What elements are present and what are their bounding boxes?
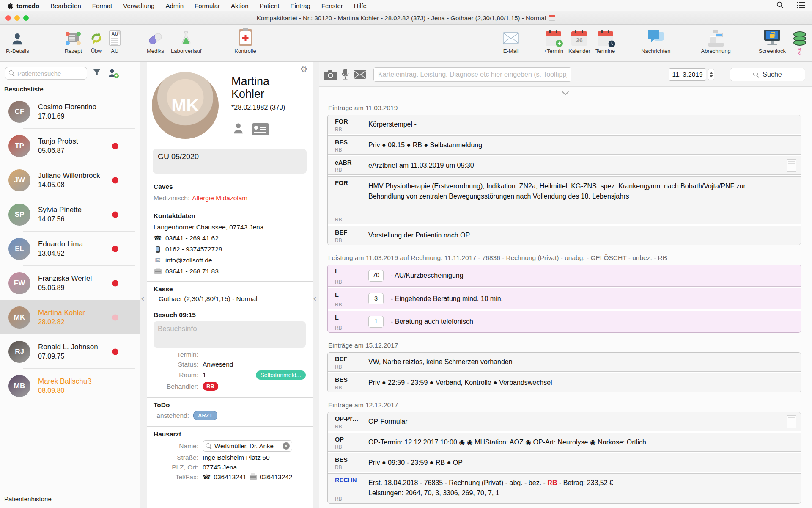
patient-history-section[interactable]: Patientenhistorie [0,491,140,508]
record-row-for[interactable]: FORRBHMV Physiotherapie (Erstverordnung)… [328,176,801,224]
menu-aktion[interactable]: Aktion [231,2,249,9]
toolbar-laborverlauf[interactable]: Laborverlauf [171,27,201,54]
self-checkin-badge[interactable]: Selbstanmeld... [256,370,306,380]
patient-list-item[interactable]: ELEduardo Lima13.04.92 [0,232,140,266]
clear-icon[interactable]: ✕ [283,442,290,450]
record-row-bes[interactable]: BESRBPriv ● 09:15 ● RB ● Selbstanmeldung [328,135,801,155]
patient-list-item[interactable]: CFCosimo Fiorentino17.01.69 [0,94,140,129]
raum-value[interactable]: 1 [203,371,206,379]
service-code-chip[interactable]: 3 [368,293,384,305]
collapse-left-chevron-icon[interactable]: ‹ [141,294,145,303]
toolbar-nachrichten[interactable]: Nachrichten [641,27,670,54]
patient-list-item[interactable]: MBMarek Ballschuß08.09.80 [0,369,140,403]
close-window-button[interactable] [5,15,11,21]
patient-list-item[interactable]: JWJuliane Willenbrock14.05.08 [0,163,140,197]
record-row-bes[interactable]: BESRBPriv ● 09:30 - 23:59 ● RB ● OP [328,453,801,472]
entry-type-code: FOR [335,118,368,125]
menu-patient[interactable]: Patient [260,2,280,9]
record-row-bef[interactable]: BEFRBVorstellung der Patientin nach OP [328,226,801,245]
id-card-icon[interactable] [252,123,269,135]
toolbar-abrechnung[interactable]: Abrechnung [701,27,731,54]
toolbar-e-mail[interactable]: E-Mail [503,27,519,54]
record-entry-input[interactable] [373,67,571,82]
entry-text: Körperstempel - [368,115,801,134]
behandler-badge[interactable]: RB [203,382,218,391]
apple-menu-icon[interactable] [7,2,13,9]
menu-hilfe[interactable]: Hilfe [354,2,367,9]
menu-list-icon[interactable] [796,2,805,10]
toolbar-mediks[interactable]: Mediks [147,27,164,54]
spotlight-search-icon[interactable] [776,1,784,10]
person-icon[interactable] [231,121,245,137]
record-row-l[interactable]: LRB3- Eingehende Beratung mind. 10 min. [328,288,801,309]
menu-verwaltung[interactable]: Verwaltung [123,2,154,9]
camera-icon[interactable] [324,69,337,80]
menu-format[interactable]: Format [92,2,112,9]
toolbar--bw[interactable]: Übw [89,27,104,54]
menu-tomedo[interactable]: tomedo [16,2,39,9]
toolbar-screenlock[interactable]: Screenlock [759,27,786,54]
service-code-chip[interactable]: 70 [368,270,384,282]
record-row-rechn[interactable]: RECHNRBErst. 18.04.2018 - 76835 - Rechnu… [328,473,801,503]
record-row-l[interactable]: LRB1- Beratung auch telefonisch [328,311,801,332]
patient-name: Martina Kohler [38,309,85,317]
patient-search-field[interactable] [5,67,87,80]
patient-list-item[interactable]: FWFranziska Werfel05.06.89 [0,266,140,300]
record-row-op[interactable]: OPRBOP-Termin: 12.12.2017 10:00 ◉ ◉ MHSt… [328,433,801,452]
visit-info-textarea[interactable]: Besuchsinfo [154,321,306,348]
document-icon[interactable] [787,415,796,428]
patient-photo[interactable]: MK [152,72,219,139]
patient-list-item[interactable]: SPSylvia Pinette14.07.56 [0,197,140,232]
microphone-icon[interactable] [342,68,349,81]
patient-list-item[interactable]: MKMartina Kohler28.02.82 [0,300,140,334]
menu-admin[interactable]: Admin [165,2,184,9]
patient-search-input[interactable] [17,70,83,77]
document-icon[interactable] [787,159,796,172]
menu-fenster[interactable]: Fenster [321,2,343,9]
toolbar-termine[interactable]: Termine [595,27,615,54]
toolbar--[interactable]: ? [793,27,806,55]
date-stepper[interactable] [708,69,714,80]
toolbar-kalender[interactable]: 26Kalender [568,27,590,54]
menu-eintrag[interactable]: Eintrag [290,2,310,9]
help-icon[interactable]: ? [798,48,802,55]
chevron-down-icon[interactable] [562,88,569,96]
record-search-button[interactable]: Suche [730,68,805,81]
entry-text: OP-Termin: 12.12.2017 10:00 ◉ ◉ MHStatio… [368,433,801,451]
allergy-warning[interactable]: Allergie Midazolam [192,193,247,204]
entry-text: HMV Physiotherapie (Erstverordnung); Ind… [368,177,801,224]
minimize-window-button[interactable] [14,15,20,21]
toolbar-rezept[interactable]: Rezept [65,27,82,54]
record-row-eabr[interactable]: eABRRBeArztbrief am 11.03.2019 um 09:30 [328,156,801,175]
record-date-field[interactable]: 11. 3.2019 [669,68,706,81]
envelope-icon[interactable] [354,70,366,79]
patient-list-item[interactable]: TPTanja Probst05.06.87 [0,129,140,163]
arzt-todo-badge[interactable]: ARZT [193,411,217,420]
zoom-window-button[interactable] [23,15,29,21]
toolbar-kontrolle[interactable]: Kontrolle [234,27,256,54]
contact-email[interactable]: info@zollsoft.de [165,255,212,266]
menu-bearbeiten[interactable]: Bearbeiten [50,2,81,9]
filter-funnel-icon[interactable] [92,68,102,79]
entry-text: Priv ● 09:30 - 23:59 ● RB ● OP [368,453,801,472]
menu-formular[interactable]: Formular [195,2,220,9]
service-code-chip[interactable]: 1 [368,316,384,328]
patient-sidebar: + Besuchsliste CFCosimo Fiorentino17.01.… [0,62,140,508]
entry-type-code: OP-Pr… [335,415,368,422]
gu-note-box[interactable]: GU 05/2020 [153,149,307,174]
search-icon [206,443,212,449]
patient-list-item[interactable]: RJRonald L. Johnson07.09.75 [0,334,140,369]
record-row-l[interactable]: LRB70- AU/Kurzbescheinigung [328,265,801,287]
record-row-bes[interactable]: BESRBPriv ● 22:59 - 23:59 ● Verband, Kon… [328,373,801,392]
toolbar-p-details[interactable]: P.-Details [6,27,29,54]
patient-dob: 05.06.89 [38,284,92,292]
record-row-oppr[interactable]: OP-Pr…RBOP-Formular [328,412,801,431]
add-patient-icon[interactable]: + [107,68,118,79]
toolbar-au[interactable]: AUAU [109,27,121,54]
collapse-right-chevron-icon[interactable]: ‹ [313,294,317,303]
status-value[interactable]: Anwesend [203,361,233,368]
record-row-bef[interactable]: BEFRBVW, Narbe reizlos, keine Schmerzen … [328,353,801,372]
toolbar--termin[interactable]: ++Termin [543,27,563,54]
record-row-for[interactable]: FORRBKörperstempel - [328,115,801,134]
hausarzt-name-field[interactable]: Weißmüller, Dr. Anke ✕ [203,440,292,452]
